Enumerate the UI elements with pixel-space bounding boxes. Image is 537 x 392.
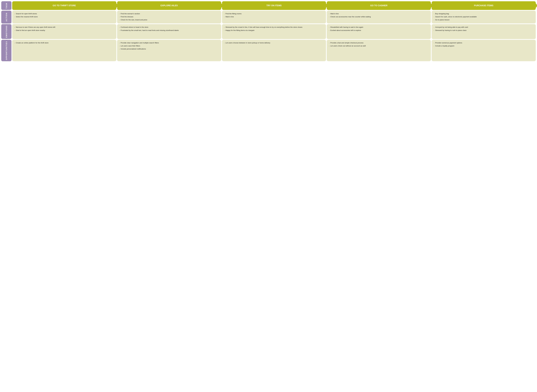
emotion-item: Dissatisfied with having to wait in line… [329, 26, 429, 28]
action-row-label: ACTION [1, 11, 11, 23]
action-item: Wait in line [224, 15, 324, 18]
task-row-label: TASK [1, 1, 11, 10]
action-item: Find the dresses [119, 15, 219, 18]
emotions-cell-4: Dissatisfied with having to wait in line… [327, 24, 431, 39]
emotion-item: Confused where to head in the store [119, 26, 219, 28]
opportunities-cell-3: Let users choose between in store pickup… [222, 40, 326, 61]
opportunities-cell-1: Create an online platform for the thrift… [12, 40, 116, 61]
action-item: Wait in line [329, 13, 429, 15]
action-cell-5: Buy shopping bag Search for cash, since … [432, 11, 536, 23]
action-cell-4: Wait in line Check out accessories near … [327, 11, 431, 23]
action-cell-1: Search for open thrift stores Select the… [12, 11, 116, 23]
emotions-cell-5: Annoyed by not being able to pay with ca… [432, 24, 536, 39]
journey-map-grid: TASK GO TO THRIFT STORE EXPLORE AILES TR… [1, 1, 536, 61]
action-item: Check out accessories near the counter w… [329, 15, 429, 18]
task-header-3: TRY ON ITEMS [222, 1, 326, 10]
emotion-item: Excited about accessories left to explor… [329, 29, 429, 32]
opportunity-item: Provide a fast and simple checkout proce… [329, 42, 429, 44]
opportunities-cell-5: Provide numerous payment options Include… [432, 40, 536, 61]
emotions-row-label: EMOTIONS [1, 24, 11, 39]
emotion-item: Frustrated by the small text, hard to re… [119, 29, 219, 32]
task-header-4: GO TO CASHIER [327, 1, 431, 10]
opportunity-item: Include a loyalty program [433, 45, 534, 47]
emotions-cell-3: Stressed by the crowd in line, if she wi… [222, 24, 326, 39]
action-item: Find the woman's section [119, 13, 219, 15]
opportunities-cell-2: Provide clear navigation and multiple se… [117, 40, 221, 61]
action-item: Search for cash, since no electronic pay… [433, 15, 534, 18]
task-header-5: PURCHASE ITEMS [432, 1, 536, 10]
emotion-item: Nervous to see if there are any open thr… [14, 26, 115, 28]
emotions-cell-2: Confused where to head in the store Frus… [117, 24, 221, 39]
task-header-1: GO TO THRIFT STORE [12, 1, 116, 10]
action-item: Check for the size, brand and price [119, 19, 219, 21]
action-cell-2: Find the woman's section Find the dresse… [117, 11, 221, 23]
action-item: Buy shopping bag [433, 13, 534, 15]
emotion-item: Glad to find an open thrift store nearby [14, 29, 115, 32]
emotion-item: Annoyed by not being able to pay with ca… [433, 26, 534, 28]
action-item: Go to piano lesson [433, 19, 534, 21]
emotion-item: Stressed by having to rush to piano clas… [433, 29, 534, 32]
opportunity-item: Let users check out without an account a… [329, 45, 429, 47]
opportunities-cell-4: Provide a fast and simple checkout proce… [327, 40, 431, 61]
emotions-cell-1: Nervous to see if there are any open thr… [12, 24, 116, 39]
opportunity-item: Provide numerous payment options [433, 42, 534, 44]
opportunity-item: Let users choose between in store pickup… [224, 42, 324, 44]
action-item: Search for open thrift stores [14, 13, 115, 15]
opportunity-item: Include personalized notifications [119, 48, 219, 50]
task-header-2: EXPLORE AILES [117, 1, 221, 10]
opportunity-item: Let users save their filters [119, 45, 219, 47]
opportunity-item: Create an online platform for the thrift… [14, 42, 115, 44]
action-item: Find the fitting rooms [224, 13, 324, 15]
opportunity-item: Provide clear navigation and multiple se… [119, 42, 219, 44]
action-cell-3: Find the fitting rooms Wait in line [222, 11, 326, 23]
emotion-item: Happy for the fitting items at a bargain [224, 29, 324, 32]
emotion-item: Stressed by the crowd in line, if she wi… [224, 26, 324, 28]
opportunities-row-label: OPPORTUNITIES [1, 40, 11, 61]
action-item: Select the nearest thrift store [14, 15, 115, 18]
